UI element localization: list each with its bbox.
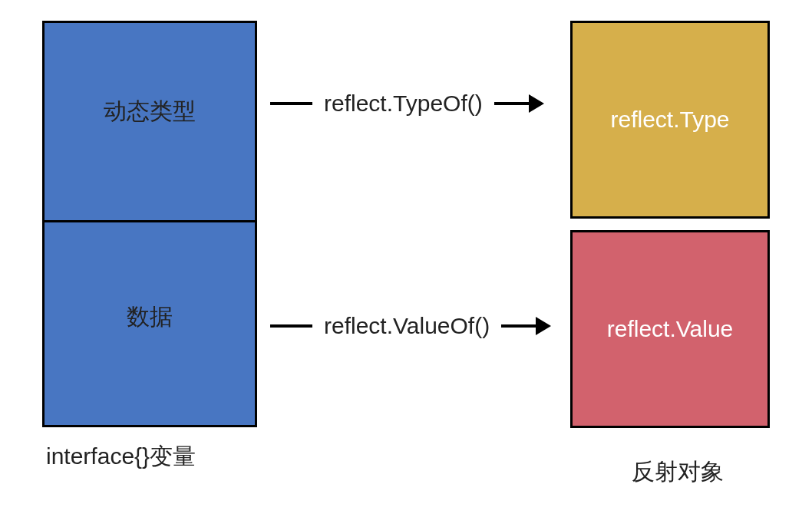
dynamic-type-label: 动态类型 (104, 96, 196, 127)
arrow-right-icon (501, 317, 551, 335)
data-label: 数据 (127, 301, 173, 333)
arrow-line-segment (270, 324, 312, 328)
valueof-label: reflect.ValueOf() (320, 313, 493, 339)
arrow-line-segment (270, 102, 312, 105)
reflect-value-box: reflect.Value (570, 230, 770, 428)
reflection-object-label: 反射对象 (632, 456, 724, 488)
arrow-right-icon (494, 94, 544, 113)
dynamic-type-cell: 动态类型 (45, 23, 255, 222)
reflection-diagram: 动态类型 数据 reflect.Type reflect.Value refle… (0, 0, 812, 517)
reflect-type-box: reflect.Type (570, 21, 770, 219)
data-cell: 数据 (45, 222, 255, 426)
valueof-arrow: reflect.ValueOf() (270, 313, 551, 339)
typeof-label: reflect.TypeOf() (320, 91, 487, 117)
typeof-arrow: reflect.TypeOf() (270, 91, 544, 117)
interface-box: 动态类型 数据 (42, 21, 257, 427)
reflect-type-label: reflect.Type (610, 107, 729, 133)
reflect-value-label: reflect.Value (607, 316, 734, 342)
interface-variable-label: interface{}变量 (46, 441, 196, 473)
